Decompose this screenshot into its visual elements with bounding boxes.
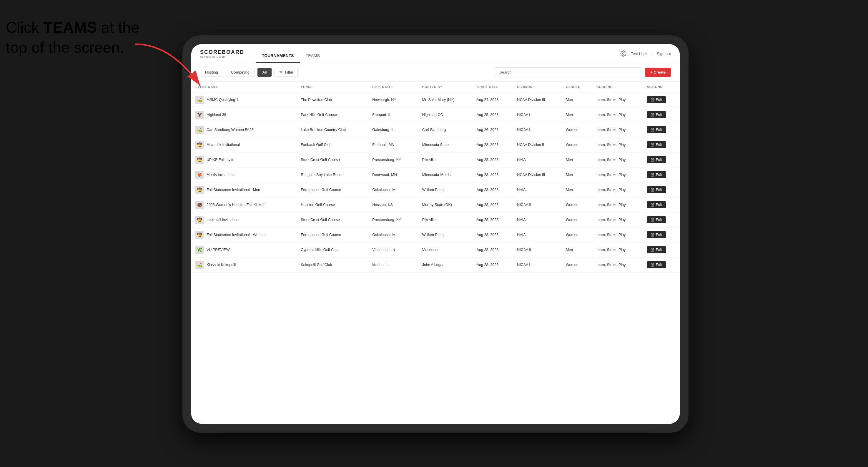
cell-event-name: 🐻 2023 Women's Hesston Fall Kickoff	[191, 197, 297, 213]
edit-button[interactable]: Edit	[647, 126, 666, 133]
cell-start-date: Aug 28, 2023	[472, 167, 513, 182]
edit-button[interactable]: Edit	[647, 141, 666, 148]
create-btn[interactable]: + Create	[645, 68, 671, 77]
cell-gender: Women	[562, 197, 593, 213]
table-container[interactable]: EVENT NAME VENUE CITY, STATE HOSTED BY S…	[191, 82, 680, 424]
cell-event-name: 🤠 UPIKE Fall Invite	[191, 152, 297, 167]
team-logo: 🤠	[195, 231, 204, 239]
team-logo: 🤠	[195, 216, 204, 224]
cell-hosted-by: Carl Sandburg	[418, 122, 472, 137]
event-name-text: upike fall invitational	[207, 218, 240, 222]
cell-gender: Men	[562, 107, 593, 122]
filter-btn[interactable]: Filter	[275, 68, 298, 77]
edit-button[interactable]: Edit	[647, 156, 666, 163]
cell-division: NCAA Division III	[513, 92, 562, 107]
table-row: ⛳ Carl Sandburg Women FA23 Lake Bracken …	[191, 122, 680, 137]
cell-venue: StoneCrest Golf Course	[297, 152, 368, 167]
edit-button[interactable]: Edit	[647, 201, 666, 208]
cell-division: NAIA	[513, 152, 562, 167]
tab-tournaments[interactable]: TOURNAMENTS	[256, 44, 300, 63]
event-name-text: UPIKE Fall Invite	[207, 158, 234, 162]
cell-scoring: team, Stroke Play	[593, 197, 643, 213]
edit-icon	[651, 233, 654, 237]
cell-hosted-by: John A Logan	[418, 257, 472, 273]
filter-bar: Hosting Competing All Filter + Create	[191, 63, 680, 82]
cell-start-date: Aug 26, 2023	[472, 122, 513, 137]
cell-actions: Edit	[643, 197, 680, 213]
table-row: 🦅 Highland 36 Park Hills Golf Course Fre…	[191, 107, 680, 122]
team-logo: 🤠	[195, 186, 204, 194]
cell-start-date: Aug 28, 2023	[472, 152, 513, 167]
instruction-text: Click TEAMS at the top of the screen.	[6, 18, 140, 57]
all-filter-btn[interactable]: All	[257, 68, 272, 77]
filter-icon	[279, 70, 283, 74]
col-scoring: SCORING	[593, 82, 643, 92]
cell-city-state: Oskaloosa, IA	[368, 182, 418, 197]
tab-teams[interactable]: TEAMS	[300, 44, 326, 63]
cell-division: NCAA Division II	[513, 137, 562, 152]
cell-venue: The Powelton Club	[297, 92, 368, 107]
team-logo: ⛳	[195, 261, 204, 269]
team-logo: ⛳	[195, 96, 204, 104]
edit-icon	[651, 188, 654, 192]
cell-venue: Kokopelli Golf Club	[297, 257, 368, 273]
cell-event-name: ⛳ Klash at Kokopelli	[191, 257, 297, 273]
edit-button[interactable]: Edit	[647, 111, 666, 118]
sign-out-link[interactable]: Sign out	[657, 52, 671, 56]
edit-button[interactable]: Edit	[647, 171, 666, 178]
cell-start-date: Aug 28, 2023	[472, 137, 513, 152]
edit-button[interactable]: Edit	[647, 246, 666, 253]
instruction-prefix: Click	[6, 19, 43, 36]
edit-button[interactable]: Edit	[647, 261, 666, 268]
edit-button[interactable]: Edit	[647, 96, 666, 103]
cell-hosted-by: Minnesota-Morris	[418, 167, 472, 182]
cell-division: NICAA II	[513, 243, 562, 257]
cell-actions: Edit	[643, 152, 680, 167]
cell-hosted-by: Pikeville	[418, 213, 472, 227]
cell-gender: Men	[562, 167, 593, 182]
cell-gender: Men	[562, 92, 593, 107]
cell-actions: Edit	[643, 213, 680, 227]
cell-hosted-by: William Penn	[418, 227, 472, 243]
cell-start-date: Aug 28, 2023	[472, 227, 513, 243]
instruction-bold: TEAMS	[43, 19, 97, 36]
gear-icon[interactable]	[620, 50, 626, 57]
cell-actions: Edit	[643, 257, 680, 273]
cell-division: NICAA I	[513, 107, 562, 122]
cell-scoring: team, Stroke Play	[593, 137, 643, 152]
hosting-filter-btn[interactable]: Hosting	[200, 68, 223, 77]
event-name-text: 2023 Women's Hesston Fall Kickoff	[207, 203, 264, 207]
edit-button[interactable]: Edit	[647, 231, 666, 238]
event-name-text: MSMC Qualifying 1	[207, 98, 238, 102]
col-event-name: EVENT NAME	[191, 82, 297, 92]
search-input[interactable]	[495, 67, 642, 77]
cell-city-state: Galesburg, IL	[368, 122, 418, 137]
table-row: 🐻 2023 Women's Hesston Fall Kickoff Hess…	[191, 197, 680, 213]
cell-scoring: team, Stroke Play	[593, 92, 643, 107]
event-name-text: Fall Statesmen Invitational - Women	[207, 233, 266, 237]
cell-venue: Edmundson Golf Course	[297, 227, 368, 243]
cell-hosted-by: Vincennes	[418, 243, 472, 257]
cell-scoring: team, Stroke Play	[593, 122, 643, 137]
event-name-text: Klash at Kokopelli	[207, 263, 236, 267]
nav-tabs: TOURNAMENTS TEAMS	[256, 44, 326, 63]
cell-city-state: Vincennes, IN	[368, 243, 418, 257]
cell-scoring: team, Stroke Play	[593, 152, 643, 167]
logo-area: SCOREBOARD Powered by Clippit	[200, 49, 244, 58]
competing-filter-btn[interactable]: Competing	[226, 68, 254, 77]
cell-hosted-by: Minnesota State	[418, 137, 472, 152]
cell-actions: Edit	[643, 167, 680, 182]
edit-icon	[651, 143, 654, 147]
col-start-date: START DATE	[472, 82, 513, 92]
edit-button[interactable]: Edit	[647, 186, 666, 193]
event-name-text: VU PREVIEW	[207, 248, 230, 252]
edit-icon	[651, 128, 654, 131]
edit-button[interactable]: Edit	[647, 216, 666, 223]
col-venue: VENUE	[297, 82, 368, 92]
cell-division: NICAA I	[513, 122, 562, 137]
instruction-suffix: at the	[97, 19, 140, 36]
table-header-row: EVENT NAME VENUE CITY, STATE HOSTED BY S…	[191, 82, 680, 92]
cell-start-date: Aug 28, 2023	[472, 213, 513, 227]
cell-hosted-by: Pikeville	[418, 152, 472, 167]
cell-division: NAIA	[513, 213, 562, 227]
